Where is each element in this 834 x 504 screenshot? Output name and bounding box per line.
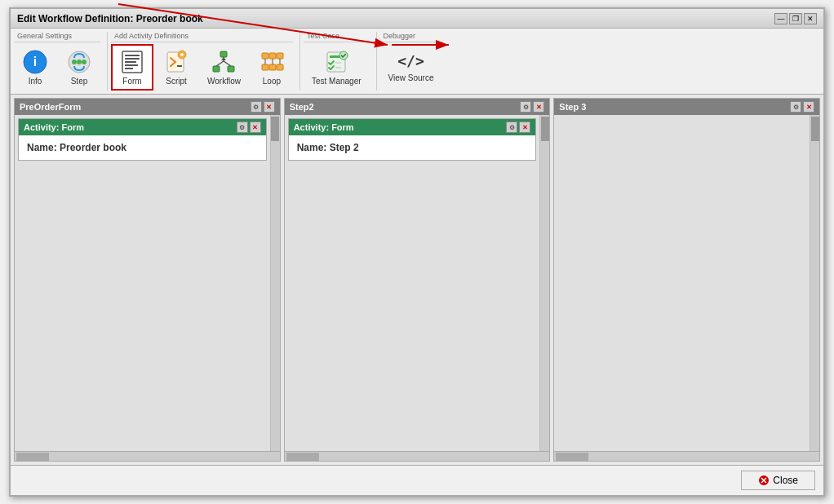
svg-rect-15 xyxy=(220,51,227,57)
activity-card-1-close-button[interactable]: ✕ xyxy=(250,122,261,133)
add-activity-items: Form Script xyxy=(111,44,293,91)
form-label: Form xyxy=(122,77,141,86)
activity-card-2-close-button[interactable]: ✕ xyxy=(519,122,530,133)
panel-preorder-scroll-thumb xyxy=(271,117,279,141)
panel-preorder-scrollbar-h[interactable] xyxy=(15,451,280,461)
activity-card-1-header: Activity: Form ⚙ ✕ xyxy=(19,119,266,135)
step-label: Step xyxy=(71,77,88,86)
minimize-button[interactable]: — xyxy=(774,13,787,24)
toolbar-item-form[interactable]: Form xyxy=(111,44,153,91)
activity-card-2-header: Activity: Form ⚙ ✕ xyxy=(289,119,536,135)
panel-step2-controls: ⚙ ✕ xyxy=(520,101,544,113)
panel-step3-scrollbar-h[interactable] xyxy=(554,451,819,461)
step-icon xyxy=(66,49,92,75)
workflow-label: Workflow xyxy=(207,77,241,86)
panel-step2-scrollbar-h-thumb xyxy=(286,453,319,461)
close-button-icon xyxy=(758,475,770,486)
svg-rect-8 xyxy=(125,58,140,60)
debugger-label: Debugger xyxy=(380,32,442,42)
svg-rect-22 xyxy=(262,53,268,59)
toolbar-item-info[interactable]: i Info xyxy=(14,44,56,91)
close-button-label: Close xyxy=(773,475,798,486)
svg-rect-25 xyxy=(262,64,268,70)
general-settings-items: i Info xyxy=(14,44,100,91)
toolbar-group-test-case: Test Case xyxy=(304,32,370,91)
panel-preorder-form-scroll-container: Activity: Form ⚙ ✕ Name: Preorder book xyxy=(15,115,280,461)
toolbar-item-step[interactable]: Step xyxy=(58,44,100,91)
panel-step2-body: Activity: Form ⚙ ✕ Name: Step 2 xyxy=(285,115,540,451)
activity-card-1-gear-button[interactable]: ⚙ xyxy=(237,122,248,133)
title-bar: Edit Workflow Definition: Preorder book … xyxy=(11,9,823,29)
panel-step2-scrollbar-h[interactable] xyxy=(285,451,550,461)
panel-step3-body xyxy=(554,115,810,451)
panel-step3-scroll-right[interactable] xyxy=(810,115,819,451)
activity-card-1-title: Activity: Form xyxy=(24,122,84,132)
title-bar-controls: — ❐ ✕ xyxy=(774,13,817,24)
info-icon: i xyxy=(22,49,48,75)
panel-step2-scroll-container: Activity: Form ⚙ ✕ Name: Step 2 xyxy=(285,115,550,461)
close-button[interactable]: Close xyxy=(741,471,815,490)
activity-card-2-body: Name: Step 2 xyxy=(289,135,536,160)
svg-rect-9 xyxy=(125,61,136,63)
activity-card-2: Activity: Form ⚙ ✕ Name: Step 2 xyxy=(288,118,537,161)
restore-button[interactable]: ❐ xyxy=(789,13,802,24)
activity-card-1: Activity: Form ⚙ ✕ Name: Preorder book xyxy=(18,118,267,161)
panel-step2-header: Step2 ⚙ ✕ xyxy=(285,99,550,115)
svg-rect-11 xyxy=(125,68,133,69)
toolbar-item-test-manager[interactable]: Test Manager xyxy=(304,44,370,91)
loop-icon xyxy=(259,49,285,75)
panel-step3-title: Step 3 xyxy=(559,102,586,112)
panel-step3-gear-button[interactable]: ⚙ xyxy=(790,101,801,113)
panel-step3-controls: ⚙ ✕ xyxy=(790,101,814,113)
svg-rect-10 xyxy=(125,64,138,66)
svg-text:i: i xyxy=(33,55,37,69)
panel-step2-title: Step2 xyxy=(290,102,314,112)
panel-preorder-form-title: PreOrderForm xyxy=(20,102,81,112)
svg-rect-23 xyxy=(269,53,276,59)
window-close-button[interactable]: ✕ xyxy=(804,13,817,24)
panel-step3-scroll-container xyxy=(554,115,819,461)
workflow-icon xyxy=(211,49,237,75)
panel-step3: Step 3 ⚙ ✕ xyxy=(553,98,820,462)
panel-step2-scroll-right[interactable] xyxy=(539,115,549,451)
panel-step2-gear-button[interactable]: ⚙ xyxy=(520,101,531,113)
panel-step3-header: Step 3 ⚙ ✕ xyxy=(554,99,819,115)
panel-step3-scroll-thumb xyxy=(811,117,819,141)
panel-preorder-scroll-right[interactable] xyxy=(270,115,280,451)
panel-step2-inner: Activity: Form ⚙ ✕ Name: Step 2 xyxy=(285,115,550,451)
panel-preorder-form-inner: Activity: Form ⚙ ✕ Name: Preorder book xyxy=(15,115,280,451)
activity-card-2-name: Name: Step 2 xyxy=(297,142,359,153)
activity-card-2-gear-button[interactable]: ⚙ xyxy=(506,122,517,133)
toolbar-group-general-settings: General Settings i Info xyxy=(14,32,100,91)
panel-preorder-form-body: Activity: Form ⚙ ✕ Name: Preorder book xyxy=(15,115,270,451)
activity-card-2-title: Activity: Form xyxy=(294,122,354,132)
panel-step3-close-button[interactable]: ✕ xyxy=(803,101,814,113)
content-area: PreOrderForm ⚙ ✕ Activity: Form ⚙ xyxy=(11,95,823,465)
panel-preorder-form-header: PreOrderForm ⚙ ✕ xyxy=(15,99,280,115)
activity-card-1-name: Name: Preorder book xyxy=(27,142,126,153)
svg-point-5 xyxy=(82,60,87,64)
svg-rect-27 xyxy=(277,64,283,70)
debugger-items: </> View Source xyxy=(380,44,442,87)
separator-2 xyxy=(299,32,300,91)
toolbar-item-workflow[interactable]: Workflow xyxy=(199,44,249,91)
panel-step3-scrollbar-h-thumb xyxy=(556,453,588,461)
panel-step2-scroll-thumb xyxy=(541,117,549,141)
bottom-bar: Close xyxy=(11,465,823,495)
test-case-label: Test Case xyxy=(304,32,370,42)
panel-step2: Step2 ⚙ ✕ Activity: Form ⚙ ✕ xyxy=(284,98,551,462)
view-source-icon: </> xyxy=(400,49,423,72)
svg-point-4 xyxy=(77,60,82,64)
main-window: Edit Workflow Definition: Preorder book … xyxy=(9,7,825,497)
panel-step2-close-button[interactable]: ✕ xyxy=(533,101,544,113)
toolbar-item-loop[interactable]: Loop xyxy=(251,44,293,91)
svg-line-20 xyxy=(216,61,224,66)
panel-preorder-scrollbar-h-thumb xyxy=(16,453,49,461)
panel-preorder-close-button[interactable]: ✕ xyxy=(264,101,275,113)
svg-rect-17 xyxy=(228,66,234,72)
svg-rect-16 xyxy=(213,66,220,72)
toolbar-item-view-source[interactable]: </> View Source xyxy=(380,44,442,87)
panel-preorder-gear-button[interactable]: ⚙ xyxy=(251,101,262,113)
toolbar-item-script[interactable]: Script xyxy=(155,44,197,91)
info-label: Info xyxy=(29,77,42,86)
